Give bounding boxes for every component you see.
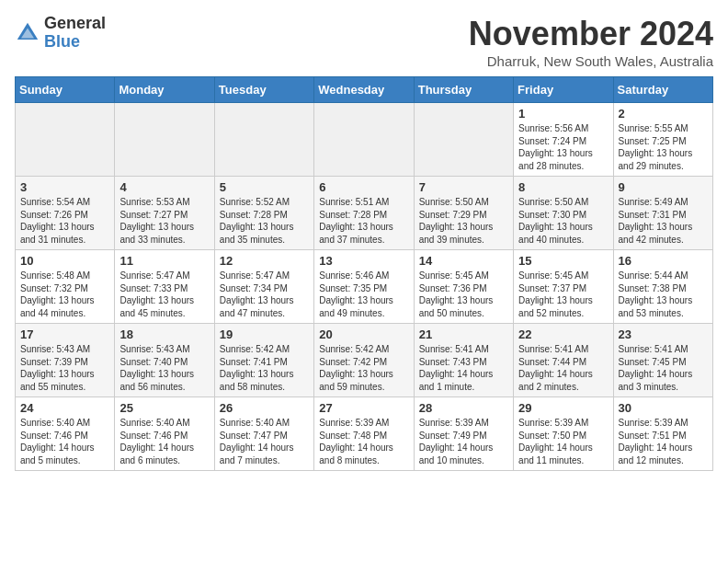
header-sunday: Sunday: [16, 77, 115, 103]
calendar-cell: 23Sunrise: 5:41 AM Sunset: 7:45 PM Dayli…: [613, 324, 712, 397]
day-number: 10: [20, 254, 109, 268]
calendar-cell: [16, 103, 115, 177]
calendar-cell: [115, 103, 214, 177]
day-number: 24: [20, 401, 109, 415]
day-info: Sunrise: 5:41 AM Sunset: 7:43 PM Dayligh…: [419, 343, 508, 393]
calendar-cell: 3Sunrise: 5:54 AM Sunset: 7:26 PM Daylig…: [16, 177, 115, 250]
day-number: 23: [619, 327, 708, 341]
header-thursday: Thursday: [414, 77, 513, 103]
calendar-title: November 2024: [469, 15, 713, 53]
title-block: November 2024 Dharruk, New South Wales, …: [469, 15, 713, 69]
day-number: 5: [220, 180, 309, 194]
day-number: 6: [319, 180, 408, 194]
calendar-week-1: 1Sunrise: 5:56 AM Sunset: 7:24 PM Daylig…: [16, 103, 713, 177]
day-info: Sunrise: 5:48 AM Sunset: 7:32 PM Dayligh…: [20, 270, 109, 319]
day-number: 2: [619, 107, 708, 121]
day-info: Sunrise: 5:49 AM Sunset: 7:31 PM Dayligh…: [619, 196, 708, 246]
day-number: 8: [518, 180, 608, 194]
calendar-cell: 21Sunrise: 5:41 AM Sunset: 7:43 PM Dayli…: [414, 324, 513, 397]
day-info: Sunrise: 5:45 AM Sunset: 7:37 PM Dayligh…: [518, 270, 608, 319]
calendar-cell: 30Sunrise: 5:39 AM Sunset: 7:51 PM Dayli…: [613, 397, 712, 471]
day-info: Sunrise: 5:41 AM Sunset: 7:45 PM Dayligh…: [619, 343, 708, 393]
logo-general-text: General: [44, 15, 106, 33]
header-friday: Friday: [514, 77, 613, 103]
calendar-cell: 27Sunrise: 5:39 AM Sunset: 7:48 PM Dayli…: [314, 397, 414, 471]
logo-icon: [15, 20, 40, 46]
day-info: Sunrise: 5:43 AM Sunset: 7:39 PM Dayligh…: [20, 343, 109, 393]
calendar-subtitle: Dharruk, New South Wales, Australia: [469, 53, 713, 69]
day-number: 25: [119, 401, 209, 415]
calendar-cell: 11Sunrise: 5:47 AM Sunset: 7:33 PM Dayli…: [115, 250, 214, 324]
calendar-cell: 5Sunrise: 5:52 AM Sunset: 7:28 PM Daylig…: [214, 177, 313, 250]
day-info: Sunrise: 5:52 AM Sunset: 7:28 PM Dayligh…: [220, 196, 309, 246]
day-number: 12: [220, 254, 309, 268]
day-number: 3: [20, 180, 109, 194]
day-info: Sunrise: 5:39 AM Sunset: 7:51 PM Dayligh…: [619, 417, 708, 466]
day-info: Sunrise: 5:50 AM Sunset: 7:29 PM Dayligh…: [419, 196, 508, 246]
day-info: Sunrise: 5:47 AM Sunset: 7:33 PM Dayligh…: [119, 270, 209, 319]
day-number: 29: [518, 401, 608, 415]
day-number: 19: [220, 327, 309, 341]
calendar-cell: 8Sunrise: 5:50 AM Sunset: 7:30 PM Daylig…: [514, 177, 613, 250]
day-info: Sunrise: 5:39 AM Sunset: 7:49 PM Dayligh…: [419, 417, 508, 466]
day-number: 18: [119, 327, 209, 341]
day-info: Sunrise: 5:55 AM Sunset: 7:25 PM Dayligh…: [619, 122, 708, 172]
day-number: 21: [419, 327, 508, 341]
calendar-week-3: 10Sunrise: 5:48 AM Sunset: 7:32 PM Dayli…: [16, 250, 713, 324]
logo: General Blue: [15, 15, 106, 52]
header-saturday: Saturday: [613, 77, 712, 103]
calendar-cell: 1Sunrise: 5:56 AM Sunset: 7:24 PM Daylig…: [514, 103, 613, 177]
day-number: 7: [419, 180, 508, 194]
calendar-header-row: SundayMondayTuesdayWednesdayThursdayFrid…: [16, 77, 713, 103]
day-info: Sunrise: 5:40 AM Sunset: 7:46 PM Dayligh…: [20, 417, 109, 466]
calendar-cell: 29Sunrise: 5:39 AM Sunset: 7:50 PM Dayli…: [514, 397, 613, 471]
day-number: 1: [518, 107, 608, 121]
day-info: Sunrise: 5:42 AM Sunset: 7:41 PM Dayligh…: [220, 343, 309, 393]
day-number: 15: [518, 254, 608, 268]
day-number: 16: [619, 254, 708, 268]
calendar-cell: [414, 103, 513, 177]
day-number: 27: [319, 401, 408, 415]
day-info: Sunrise: 5:47 AM Sunset: 7:34 PM Dayligh…: [220, 270, 309, 319]
day-number: 22: [518, 327, 608, 341]
day-number: 17: [20, 327, 109, 341]
day-info: Sunrise: 5:40 AM Sunset: 7:46 PM Dayligh…: [119, 417, 209, 466]
calendar-cell: 15Sunrise: 5:45 AM Sunset: 7:37 PM Dayli…: [514, 250, 613, 324]
day-number: 26: [220, 401, 309, 415]
calendar-cell: 18Sunrise: 5:43 AM Sunset: 7:40 PM Dayli…: [115, 324, 214, 397]
day-number: 28: [419, 401, 508, 415]
calendar-week-2: 3Sunrise: 5:54 AM Sunset: 7:26 PM Daylig…: [16, 177, 713, 250]
day-info: Sunrise: 5:41 AM Sunset: 7:44 PM Dayligh…: [518, 343, 608, 393]
day-number: 30: [619, 401, 708, 415]
calendar-cell: 26Sunrise: 5:40 AM Sunset: 7:47 PM Dayli…: [214, 397, 313, 471]
day-info: Sunrise: 5:46 AM Sunset: 7:35 PM Dayligh…: [319, 270, 408, 319]
day-info: Sunrise: 5:40 AM Sunset: 7:47 PM Dayligh…: [220, 417, 309, 466]
header-wednesday: Wednesday: [314, 77, 414, 103]
logo-blue-text: Blue: [44, 33, 106, 52]
calendar-cell: 24Sunrise: 5:40 AM Sunset: 7:46 PM Dayli…: [16, 397, 115, 471]
day-info: Sunrise: 5:50 AM Sunset: 7:30 PM Dayligh…: [518, 196, 608, 246]
calendar-cell: 10Sunrise: 5:48 AM Sunset: 7:32 PM Dayli…: [16, 250, 115, 324]
day-info: Sunrise: 5:42 AM Sunset: 7:42 PM Dayligh…: [319, 343, 408, 393]
day-number: 20: [319, 327, 408, 341]
day-info: Sunrise: 5:45 AM Sunset: 7:36 PM Dayligh…: [419, 270, 508, 319]
page-header: General Blue November 2024 Dharruk, New …: [15, 15, 713, 69]
day-info: Sunrise: 5:43 AM Sunset: 7:40 PM Dayligh…: [119, 343, 209, 393]
calendar-cell: 28Sunrise: 5:39 AM Sunset: 7:49 PM Dayli…: [414, 397, 513, 471]
day-number: 4: [119, 180, 209, 194]
calendar-cell: 25Sunrise: 5:40 AM Sunset: 7:46 PM Dayli…: [115, 397, 214, 471]
calendar-week-5: 24Sunrise: 5:40 AM Sunset: 7:46 PM Dayli…: [16, 397, 713, 471]
calendar-cell: 16Sunrise: 5:44 AM Sunset: 7:38 PM Dayli…: [613, 250, 712, 324]
calendar-cell: 17Sunrise: 5:43 AM Sunset: 7:39 PM Dayli…: [16, 324, 115, 397]
calendar-cell: 6Sunrise: 5:51 AM Sunset: 7:28 PM Daylig…: [314, 177, 414, 250]
calendar-cell: 19Sunrise: 5:42 AM Sunset: 7:41 PM Dayli…: [214, 324, 313, 397]
calendar-cell: 7Sunrise: 5:50 AM Sunset: 7:29 PM Daylig…: [414, 177, 513, 250]
day-info: Sunrise: 5:39 AM Sunset: 7:50 PM Dayligh…: [518, 417, 608, 466]
day-info: Sunrise: 5:44 AM Sunset: 7:38 PM Dayligh…: [619, 270, 708, 319]
calendar-week-4: 17Sunrise: 5:43 AM Sunset: 7:39 PM Dayli…: [16, 324, 713, 397]
calendar-cell: 14Sunrise: 5:45 AM Sunset: 7:36 PM Dayli…: [414, 250, 513, 324]
calendar-cell: [314, 103, 414, 177]
header-monday: Monday: [115, 77, 214, 103]
calendar-table: SundayMondayTuesdayWednesdayThursdayFrid…: [15, 76, 713, 471]
day-info: Sunrise: 5:53 AM Sunset: 7:27 PM Dayligh…: [119, 196, 209, 246]
